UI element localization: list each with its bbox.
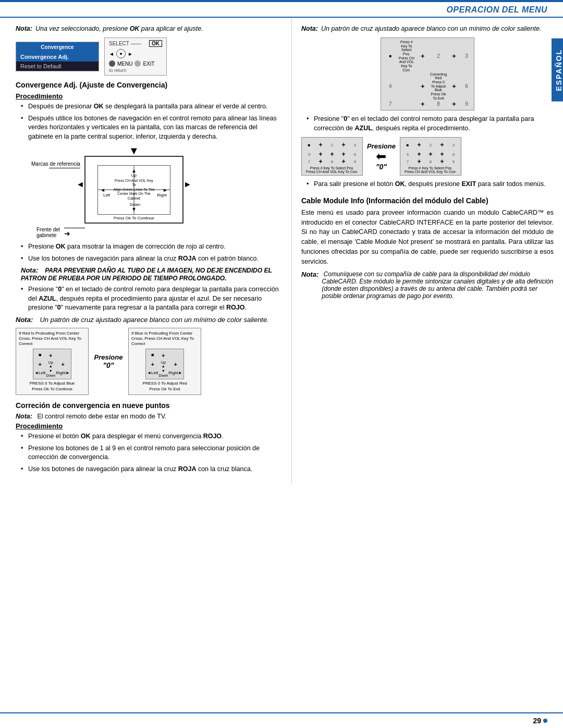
grid-cell: + — [413, 158, 425, 165]
grid-top-label: Press # Key To Select Pos.Press CH And V… — [398, 40, 415, 72]
presione-label-bottom: Presione — [93, 353, 124, 361]
mini-grid-left: ■ + + Up▲ + ◄Left ▼Down — [33, 349, 71, 380]
nota-block-4: Nota: El control remoto debe estar en mo… — [16, 413, 282, 420]
right-diagram-box: If Blue Is Protruding From Center Cross,… — [128, 328, 201, 396]
bullet-item: Use los botones de navegación para aline… — [21, 465, 282, 474]
grid-cell: + — [447, 100, 461, 108]
procedimiento-bullets-3: Presione "0" en el teclado de control re… — [16, 285, 282, 313]
right-mini-grid: ■ + + Up▲ + ◄Left ▼Down — [131, 349, 198, 380]
nav-right-icon: ► — [128, 51, 133, 57]
grid-cell: 7 — [383, 100, 398, 108]
center-text: Press CH And VOL Key ToAlign Green Lines… — [113, 179, 155, 201]
nota-cable-label: Nota: — [301, 270, 319, 300]
right-small-grid-caption: Press # Key To Select Pos.Press CH And V… — [402, 166, 459, 174]
procedimiento-label-2: Procedimiento — [16, 422, 282, 430]
grid-cell: 4 — [383, 72, 398, 101]
tv-box: ▲ ▼ ◄ ► Press CH And VOL Key ToAlign Gre… — [84, 156, 183, 224]
grid-cell: 6 — [461, 72, 472, 101]
grid-cell: + — [436, 151, 448, 158]
menu-item-convergence-adj: Convergence Adj. — [16, 52, 99, 61]
menu-label-text: MENU — [117, 61, 132, 67]
left-column: Nota: Una vez seleccionado, presione OK … — [0, 18, 292, 484]
nav-circle: ● — [116, 49, 126, 58]
frente-arrow-icon: ➜ — [64, 229, 70, 238]
right-bullets-2: Para salir presione el botón OK, después… — [301, 180, 554, 189]
grid-cell: Up▲ — [45, 361, 56, 368]
arrow-right: ► — [163, 187, 168, 193]
right-two-grids: ■ + 2 + 3 4 + + + 6 7 + — [301, 137, 554, 176]
grid-cell: ■ — [383, 40, 398, 72]
nav-left-icon: ◄ — [109, 51, 114, 57]
grid-cell: ◄Left — [34, 368, 45, 378]
page-number: 29 — [533, 717, 541, 725]
nota-block-3: Nota: Un patrón de cruz ajustado aparece… — [16, 316, 282, 324]
grid-cell: + — [425, 151, 436, 158]
grid-cell: 6 — [448, 151, 459, 158]
grid-cell: 4 — [303, 151, 315, 158]
press-ok-text: Press Ok To Continue — [114, 216, 154, 220]
grid-row: ◄Left ▼Down Right► — [147, 368, 182, 378]
grid-row: 4 + + + 6 — [303, 151, 361, 158]
grid-cell: + — [315, 139, 326, 151]
nota-text-right-1: Un patrón de cruz ajustado aparece blanc… — [321, 25, 541, 32]
grid-cell: + — [436, 158, 448, 165]
select-box: SELECT —— OK ◄ ● ► MENU EXIT to return — [104, 38, 167, 76]
nota-label-right-1: Nota: — [301, 25, 318, 32]
bullet-item: Para salir presione el botón OK, después… — [307, 180, 554, 189]
right-grid-table-right: ■ + 2 + 3 4 + + + 6 7 + — [402, 139, 459, 165]
marcas-line — [49, 168, 80, 168]
nav-row: ◄ ● ► — [109, 49, 162, 58]
right-grid-right: ■ + 2 + 3 4 + + + 6 7 + — [400, 137, 461, 176]
bullet-item: Presione los botones de 1 al 9 en el con… — [21, 444, 282, 462]
grid-cell: + — [415, 100, 430, 108]
grid-row: ■ Press # Key To Select Pos.Press CH And… — [383, 40, 472, 72]
top-grid-table: ■ Press # Key To Select Pos.Press CH And… — [383, 40, 472, 108]
nota-block-right-1: Nota: Un patrón de cruz ajustado aparece… — [301, 25, 554, 32]
top-right-grid-container: ■ Press # Key To Select Pos.Press CH And… — [301, 38, 554, 110]
grid-cell: + — [447, 72, 461, 101]
grid-cell: 3 — [461, 40, 472, 72]
grid-table-left: ■ + + Up▲ + ◄Left ▼Down — [34, 350, 70, 378]
grid-cell: + — [413, 139, 425, 151]
grid-cell: 8 — [326, 158, 338, 165]
grid-cell: Correcting RedPress 0 To Adjust BluePres… — [430, 72, 447, 101]
grid-cell: 7 — [402, 158, 413, 165]
grid-row: ■ + — [147, 350, 182, 361]
grid-cell: 2 — [425, 139, 436, 151]
grid-cell: Right► — [56, 368, 70, 378]
grid-cell: 2 — [430, 40, 447, 72]
bottom-diagrams-row: If Red Is Protruding From Center Cross, … — [16, 328, 282, 396]
grid-cell: + — [338, 151, 349, 158]
cabinet-diagram: Marcas de referencia ▼ ▲ — [31, 145, 282, 224]
grid-cell: + — [338, 139, 349, 151]
grid-cell: + — [415, 72, 430, 101]
right-grid-left: ■ + 2 + 3 4 + + + 6 7 + — [301, 137, 363, 176]
menu-row-bottom: MENU EXIT — [109, 60, 162, 67]
presione-middle: Presione "0" — [93, 353, 124, 369]
left-mini-grid: ■ + + Up▲ + ◄Left ▼Down — [19, 349, 85, 380]
grid-cell: 2 — [326, 139, 338, 151]
nota-cable-text: Comuníquese con su compañía de cable par… — [322, 270, 554, 300]
arrow-left: ◄ — [100, 187, 105, 193]
presione-value-bottom: "0" — [93, 361, 124, 369]
grid-cell: + — [45, 350, 56, 361]
grid-cell — [168, 350, 182, 361]
down-label: Down — [130, 202, 140, 207]
grid-row: ■ + — [34, 350, 70, 361]
grid-cell — [56, 350, 70, 361]
nota-label-3: Nota: — [16, 316, 33, 324]
grid-cell: 3 — [448, 139, 459, 151]
grid-cell: + — [56, 361, 70, 368]
left-small-grid-caption: Press # Key To Select Pos.Press CH And V… — [303, 166, 361, 174]
bullet-item: Después utilice los botones de navegació… — [21, 114, 282, 142]
exit-icon — [134, 60, 141, 67]
grid-cell: 7 — [303, 158, 315, 165]
nota-block-1: Nota: Una vez seleccionado, presione OK … — [16, 25, 282, 32]
left-box-press: PRESS 0 To Adjust BluePress Ok To Contin… — [19, 381, 85, 392]
grid-cell: + — [34, 361, 45, 368]
grid-table-right: ■ + + Up▲ + ◄Left ▼Down — [147, 350, 182, 378]
bullet-item: Presione OK para msotrar la imagen de co… — [21, 242, 282, 252]
arrow-double-icon: ⬅ — [367, 150, 396, 163]
grid-cell: ■ — [147, 350, 158, 361]
page-dot-icon — [543, 719, 547, 723]
